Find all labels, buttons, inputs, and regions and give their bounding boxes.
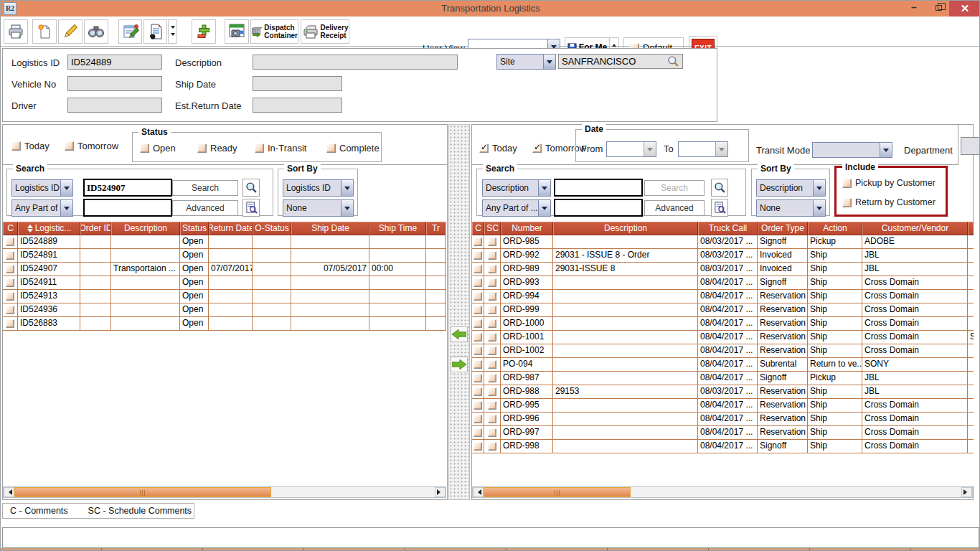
column-header[interactable]: Status [180, 222, 209, 235]
row-checkbox[interactable] [488, 415, 496, 423]
row-checkbox[interactable] [473, 360, 482, 369]
row-checkbox[interactable] [6, 237, 14, 246]
table-row[interactable]: ORD-99908/04/2017 ...ReservationShipCros… [472, 303, 974, 317]
tomorrow-checkbox[interactable] [65, 141, 74, 151]
row-checkbox[interactable] [488, 333, 496, 342]
column-header[interactable]: Logistic... [18, 222, 80, 235]
row-checkbox[interactable] [488, 251, 496, 260]
row-checkbox[interactable] [488, 401, 496, 410]
right-search-button[interactable]: Search [644, 180, 705, 196]
table-row[interactable]: ORD-99508/04/2017 ...ReservationShipCros… [472, 399, 974, 413]
column-header[interactable] [968, 222, 974, 235]
table-row[interactable]: ORD-99308/04/2017 ...SignoffShipCross Do… [472, 276, 974, 290]
column-header[interactable]: Ship Date [291, 222, 369, 235]
close-button[interactable]: ✕ [949, 1, 980, 17]
right-search-input1[interactable] [554, 179, 643, 197]
row-checkbox[interactable] [488, 306, 496, 314]
table-row[interactable]: ID524936Open [3, 303, 446, 317]
row-checkbox[interactable] [473, 251, 482, 260]
site-search-field[interactable]: SANFRANCISCO [558, 54, 683, 69]
row-checkbox[interactable] [488, 347, 496, 355]
ready-checkbox[interactable] [197, 143, 207, 153]
left-search-field1-combobox[interactable]: Logistics ID [11, 179, 73, 197]
date-from-combobox[interactable] [606, 141, 656, 157]
chevron-down-icon[interactable] [60, 200, 72, 216]
row-checkbox[interactable] [473, 319, 482, 328]
row-checkbox[interactable] [473, 374, 482, 382]
report-button[interactable] [143, 19, 167, 44]
row-checkbox[interactable] [473, 278, 482, 287]
row-checkbox[interactable] [488, 428, 496, 437]
column-header[interactable]: Description [111, 222, 180, 235]
row-checkbox[interactable] [488, 374, 496, 382]
scroll-track[interactable] [484, 487, 961, 497]
status-complete[interactable]: Complete [326, 143, 380, 154]
row-checkbox[interactable] [488, 442, 496, 451]
row-checkbox[interactable] [473, 292, 482, 301]
right-advanced-search-button[interactable] [711, 199, 728, 217]
row-checkbox[interactable] [473, 387, 482, 396]
vehicle-no-field[interactable] [67, 76, 162, 91]
date-to-combobox[interactable] [678, 141, 728, 157]
left-sort1-combobox[interactable]: Logistics ID [283, 179, 354, 197]
row-checkbox[interactable] [6, 319, 14, 328]
left-today-filter[interactable]: Today [11, 141, 50, 151]
dispatch-container-button[interactable]: DispatchContainer [250, 19, 298, 44]
row-checkbox[interactable] [488, 319, 496, 328]
left-sort2-combobox[interactable]: None [283, 199, 354, 217]
driver-field[interactable] [67, 98, 162, 113]
restore-button[interactable] [928, 1, 949, 17]
right-sort2-combobox[interactable]: None [756, 199, 826, 217]
chevron-down-icon[interactable] [60, 180, 72, 196]
row-checkbox[interactable] [473, 347, 482, 355]
row-checkbox[interactable] [488, 278, 496, 287]
in-transit-checkbox[interactable] [255, 143, 264, 153]
row-checkbox[interactable] [473, 415, 482, 423]
open-checkbox[interactable] [140, 143, 149, 153]
return-by-customer-checkbox[interactable] [842, 198, 852, 207]
column-header[interactable]: Ship Time [369, 222, 426, 235]
column-header[interactable]: C [3, 222, 18, 235]
table-row[interactable]: ID524913Open [3, 290, 446, 303]
column-header[interactable]: Tr [426, 222, 446, 235]
right-sort1-combobox[interactable]: Description [756, 179, 826, 197]
row-checkbox[interactable] [473, 401, 482, 410]
chevron-down-icon[interactable] [341, 180, 353, 196]
row-checkbox[interactable] [488, 237, 496, 246]
column-header[interactable]: Customer/Vendor [862, 222, 968, 235]
column-header[interactable]: SC [484, 222, 501, 235]
titlebar[interactable]: R2 Transportation Logistics – ✕ [1, 1, 980, 17]
row-checkbox[interactable] [473, 237, 482, 246]
today-checkbox[interactable] [479, 143, 489, 153]
row-checkbox[interactable] [488, 360, 496, 369]
table-row[interactable]: ORD-99808/04/2017 ...SignoffShipCross Do… [472, 440, 974, 453]
right-today-filter[interactable]: Today [479, 143, 517, 154]
column-header[interactable]: Return Date [209, 222, 253, 235]
description-field[interactable] [253, 55, 458, 70]
schedule-button[interactable] [225, 19, 249, 44]
est-return-date-field[interactable] [253, 98, 342, 113]
chevron-down-icon[interactable] [538, 200, 550, 216]
tomorrow-checkbox[interactable] [532, 143, 542, 153]
left-search-input2[interactable] [83, 199, 172, 217]
row-checkbox[interactable] [6, 278, 14, 287]
table-row[interactable]: PO-09408/04/2017 ...SubrentalReturn to v… [472, 358, 974, 372]
pickup-by-customer-checkbox[interactable] [842, 179, 852, 188]
chevron-down-icon[interactable] [543, 55, 555, 69]
department-field[interactable] [961, 137, 980, 155]
left-search-magnifier-button[interactable] [242, 179, 260, 197]
left-advanced-search-button[interactable] [242, 199, 260, 217]
chevron-down-icon[interactable] [813, 200, 825, 216]
left-tomorrow-filter[interactable]: Tomorrow [65, 141, 118, 151]
left-search-input1[interactable]: ID524907 [83, 179, 172, 197]
row-checkbox[interactable] [473, 333, 482, 342]
column-header[interactable]: Truck Call [698, 222, 758, 235]
find-button[interactable] [84, 19, 108, 44]
ship-date-field[interactable] [253, 76, 342, 91]
column-header[interactable]: Number [501, 222, 553, 235]
table-row[interactable]: ORD-100208/04/2017 ...ReservationShipCro… [472, 344, 974, 358]
minimize-button[interactable]: – [903, 1, 925, 17]
table-row[interactable]: ORD-9882915308/03/2017 ...ReservationShi… [472, 385, 974, 399]
row-checkbox[interactable] [6, 292, 14, 301]
chevron-down-icon[interactable] [813, 180, 825, 196]
